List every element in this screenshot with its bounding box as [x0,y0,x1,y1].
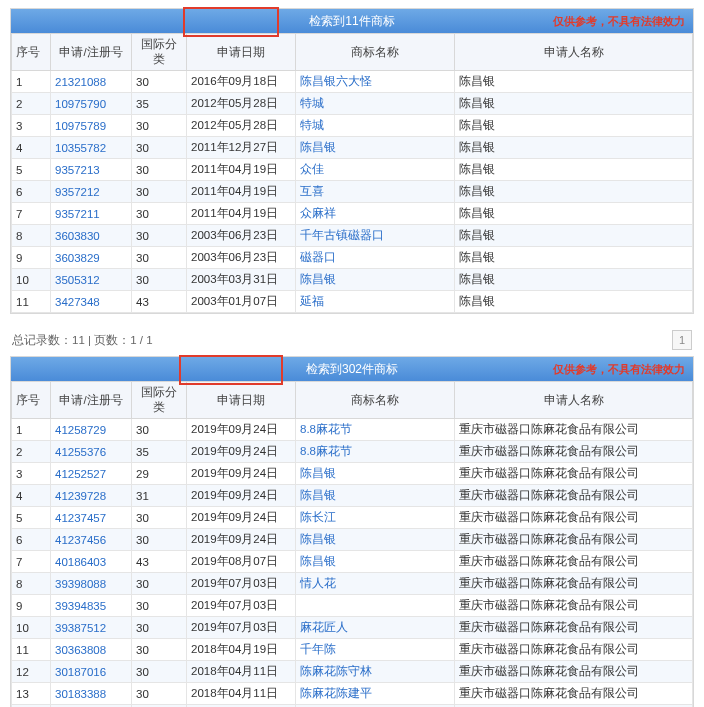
application-no-link[interactable]: 41239728 [55,490,106,502]
trademark-name-link[interactable]: 特城 [300,119,324,131]
trademark-name-link[interactable]: 陈昌银 [300,533,336,545]
cell-intl-class: 30 [132,247,187,269]
application-no-link[interactable]: 30363808 [55,644,106,656]
cell-apply-date: 2016年09月18日 [187,71,296,93]
cell-applicant: 陈昌银 [455,247,693,269]
trademark-name-link[interactable]: 千年古镇磁器口 [300,229,384,241]
table-row: 310975789302012年05月28日特城陈昌银 [12,115,693,137]
trademark-name-link[interactable]: 8.8麻花节 [300,423,352,435]
application-no-link[interactable]: 10975789 [55,120,106,132]
cell-seq: 7 [12,203,51,225]
table-row: 83603830302003年06月23日千年古镇磁器口陈昌银 [12,225,693,247]
cell-application-no: 30363808 [51,639,132,661]
cell-seq: 4 [12,137,51,159]
cell-application-no: 39387512 [51,617,132,639]
trademark-name-link[interactable]: 陈麻花陈建平 [300,687,372,699]
application-no-link[interactable]: 10975790 [55,98,106,110]
cell-trademark-name: 延福 [296,291,455,313]
application-no-link[interactable]: 39398088 [55,578,106,590]
application-no-link[interactable]: 10355782 [55,142,106,154]
cell-intl-class: 30 [132,269,187,291]
trademark-name-link[interactable]: 众佳 [300,163,324,175]
cell-application-no: 9357212 [51,181,132,203]
cell-trademark-name: 千年陈 [296,639,455,661]
cell-application-no: 41258729 [51,419,132,441]
cell-seq: 5 [12,159,51,181]
cell-apply-date: 2019年09月24日 [187,441,296,463]
trademark-name-link[interactable]: 延福 [300,295,324,307]
cell-application-no: 3427348 [51,291,132,313]
cell-trademark-name: 特城 [296,115,455,137]
trademark-name-link[interactable]: 陈昌银 [300,489,336,501]
cell-apply-date: 2019年09月24日 [187,507,296,529]
cell-applicant: 陈昌银 [455,291,693,313]
results-footer: 总记录数：11 | 页数：1 / 11 [10,324,694,356]
application-no-link[interactable]: 41255376 [55,446,106,458]
application-no-link[interactable]: 30187016 [55,666,106,678]
column-trademark-name: 商标名称 [296,34,455,71]
cell-seq: 13 [12,683,51,705]
application-no-link[interactable]: 9357211 [55,208,100,220]
trademark-name-link[interactable]: 情人花 [300,577,336,589]
application-no-link[interactable]: 39394835 [55,600,106,612]
trademark-name-link[interactable]: 陈昌银 [300,555,336,567]
trademark-name-link[interactable]: 陈昌银六大怪 [300,75,372,87]
cell-trademark-name: 众麻祥 [296,203,455,225]
application-no-link[interactable]: 3603829 [55,252,100,264]
cell-intl-class: 30 [132,595,187,617]
trademark-name-link[interactable]: 陈麻花陈守林 [300,665,372,677]
trademark-name-link[interactable]: 千年陈 [300,643,336,655]
column-apply-date: 申请日期 [187,382,296,419]
application-no-link[interactable]: 40186403 [55,556,106,568]
cell-intl-class: 30 [132,529,187,551]
cell-application-no: 41237457 [51,507,132,529]
trademark-name-link[interactable]: 8.8麻花节 [300,445,352,457]
cell-application-no: 3603830 [51,225,132,247]
cell-application-no: 3603829 [51,247,132,269]
cell-intl-class: 30 [132,181,187,203]
application-no-link[interactable]: 41252527 [55,468,106,480]
trademark-name-link[interactable]: 陈昌银 [300,141,336,153]
trademark-name-link[interactable]: 陈长江 [300,511,336,523]
application-no-link[interactable]: 30183388 [55,688,106,700]
table-row: 69357212302011年04月19日互喜陈昌银 [12,181,693,203]
column-intl-class: 国际分类 [132,34,187,71]
cell-seq: 1 [12,71,51,93]
cell-apply-date: 2018年04月11日 [187,661,296,683]
cell-seq: 3 [12,115,51,137]
trademark-name-link[interactable]: 陈昌银 [300,467,336,479]
trademark-name-link[interactable]: 特城 [300,97,324,109]
cell-intl-class: 30 [132,137,187,159]
cell-trademark-name: 磁器口 [296,247,455,269]
trademark-name-link[interactable]: 磁器口 [300,251,336,263]
application-no-link[interactable]: 3505312 [55,274,100,286]
application-no-link[interactable]: 41237456 [55,534,106,546]
cell-applicant: 重庆市磁器口陈麻花食品有限公司 [455,529,693,551]
application-no-link[interactable]: 41258729 [55,424,106,436]
application-no-link[interactable]: 39387512 [55,622,106,634]
application-no-link[interactable]: 9357212 [55,186,100,198]
table-row: 210975790352012年05月28日特城陈昌银 [12,93,693,115]
trademark-name-link[interactable]: 众麻祥 [300,207,336,219]
cell-apply-date: 2019年07月03日 [187,573,296,595]
page-button[interactable]: 1 [672,330,692,350]
application-no-link[interactable]: 41237457 [55,512,106,524]
cell-application-no: 41255376 [51,441,132,463]
application-no-link[interactable]: 3427348 [55,296,100,308]
cell-intl-class: 30 [132,617,187,639]
table-row: 103505312302003年03月31日陈昌银陈昌银 [12,269,693,291]
cell-application-no: 39398088 [51,573,132,595]
cell-applicant: 陈昌银 [455,71,693,93]
cell-trademark-name: 陈昌银 [296,485,455,507]
application-no-link[interactable]: 3603830 [55,230,100,242]
cell-intl-class: 29 [132,463,187,485]
cell-applicant: 陈昌银 [455,137,693,159]
trademark-name-link[interactable]: 互喜 [300,185,324,197]
application-no-link[interactable]: 21321088 [55,76,106,88]
cell-seq: 9 [12,247,51,269]
application-no-link[interactable]: 9357213 [55,164,100,176]
trademark-name-link[interactable]: 陈昌银 [300,273,336,285]
cell-trademark-name: 众佳 [296,159,455,181]
trademark-name-link[interactable]: 麻花匠人 [300,621,348,633]
table-row: 839398088302019年07月03日情人花重庆市磁器口陈麻花食品有限公司 [12,573,693,595]
